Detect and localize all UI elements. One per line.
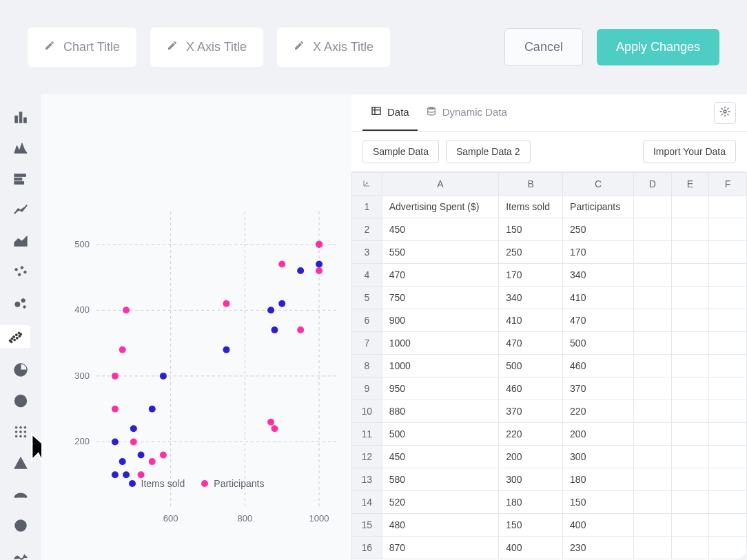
cell[interactable]: 230 xyxy=(563,537,634,559)
cell[interactable] xyxy=(671,196,709,218)
cell[interactable] xyxy=(633,241,671,264)
row-number[interactable]: 1 xyxy=(352,196,382,218)
cell[interactable] xyxy=(671,423,709,446)
cell[interactable] xyxy=(709,514,747,537)
cell[interactable] xyxy=(671,491,709,514)
donut-chart-icon[interactable] xyxy=(11,393,30,410)
area-chart-icon[interactable] xyxy=(11,232,30,249)
cell[interactable] xyxy=(671,287,709,309)
cell[interactable]: 460 xyxy=(563,355,634,377)
cell[interactable] xyxy=(709,491,747,514)
cell[interactable]: 340 xyxy=(499,287,563,309)
cell[interactable]: 480 xyxy=(382,514,498,537)
row-number[interactable]: 10 xyxy=(352,400,382,423)
row-number[interactable]: 11 xyxy=(352,423,382,446)
cell[interactable]: 180 xyxy=(499,491,563,514)
horizontal-bar-icon[interactable] xyxy=(11,170,30,187)
cell[interactable]: 300 xyxy=(563,446,634,468)
pie-chart-icon[interactable] xyxy=(11,362,30,379)
cell[interactable] xyxy=(633,264,671,287)
import-data-button[interactable]: Import Your Data xyxy=(643,140,736,163)
cell[interactable]: 170 xyxy=(563,241,634,264)
cell[interactable] xyxy=(633,400,671,423)
cell[interactable]: 170 xyxy=(499,264,563,287)
cell[interactable] xyxy=(671,537,709,559)
cell[interactable] xyxy=(709,468,747,491)
row-number[interactable]: 2 xyxy=(352,218,382,241)
cell[interactable]: 250 xyxy=(563,218,634,241)
cell[interactable]: 470 xyxy=(563,309,634,332)
cell[interactable] xyxy=(633,309,671,332)
cell[interactable]: 460 xyxy=(499,377,563,400)
cell[interactable]: 550 xyxy=(382,241,498,264)
pyramid-chart-icon[interactable] xyxy=(11,455,30,472)
row-number[interactable]: 16 xyxy=(352,537,382,559)
cell[interactable]: 150 xyxy=(563,491,634,514)
cell[interactable]: 470 xyxy=(499,332,563,355)
sheet-corner[interactable] xyxy=(352,173,382,196)
column-header[interactable]: A xyxy=(382,173,498,196)
cell[interactable] xyxy=(709,537,747,559)
bar-chart-icon[interactable] xyxy=(11,108,30,125)
cell[interactable] xyxy=(709,218,747,241)
column-header[interactable]: F xyxy=(709,173,747,196)
cell[interactable] xyxy=(671,332,709,355)
sparkline-icon[interactable] xyxy=(11,548,30,560)
cell[interactable] xyxy=(633,446,671,468)
scatter-sparse-icon[interactable] xyxy=(11,263,30,280)
line-chart-icon[interactable] xyxy=(11,201,30,218)
cell[interactable]: 400 xyxy=(499,537,563,559)
gauge-chart-icon[interactable] xyxy=(11,486,30,503)
cell[interactable]: 1000 xyxy=(382,355,498,377)
cell[interactable]: 180 xyxy=(563,468,634,491)
tab-dynamic-data[interactable]: Dynamic Data xyxy=(418,94,515,131)
cell[interactable] xyxy=(671,355,709,377)
cell[interactable]: 500 xyxy=(382,423,498,446)
cell[interactable]: 880 xyxy=(382,400,498,423)
cell[interactable] xyxy=(633,468,671,491)
cell[interactable] xyxy=(671,241,709,264)
apply-button[interactable]: Apply Changes xyxy=(597,29,719,65)
spreadsheet[interactable]: ABCDEF1Advertising Spent ($)Items soldPa… xyxy=(351,172,747,560)
cell[interactable]: 220 xyxy=(563,400,634,423)
sample-data-1-button[interactable]: Sample Data xyxy=(362,140,439,163)
cell[interactable] xyxy=(633,537,671,559)
cell[interactable] xyxy=(709,400,747,423)
chart-title-input[interactable]: Chart Title xyxy=(28,28,136,67)
cell[interactable] xyxy=(709,423,747,446)
cell[interactable]: Items sold xyxy=(499,196,563,218)
column-header[interactable]: D xyxy=(633,173,671,196)
cell[interactable]: 410 xyxy=(499,309,563,332)
cell[interactable] xyxy=(709,377,747,400)
cell[interactable]: 950 xyxy=(382,377,498,400)
cell[interactable]: 340 xyxy=(563,264,634,287)
cell[interactable] xyxy=(709,196,747,218)
cell[interactable]: 150 xyxy=(499,514,563,537)
cell[interactable]: 500 xyxy=(499,355,563,377)
cell[interactable]: 450 xyxy=(382,446,498,468)
cell[interactable]: 370 xyxy=(499,400,563,423)
cell[interactable]: 870 xyxy=(382,537,498,559)
cell[interactable]: 250 xyxy=(499,241,563,264)
cell[interactable]: 410 xyxy=(563,287,634,309)
row-number[interactable]: 9 xyxy=(352,377,382,400)
cell[interactable]: 900 xyxy=(382,309,498,332)
cell[interactable] xyxy=(709,287,747,309)
cell[interactable]: 300 xyxy=(499,468,563,491)
sample-data-2-button[interactable]: Sample Data 2 xyxy=(446,140,531,163)
legend-item-series1[interactable]: Items sold xyxy=(129,478,185,489)
cell[interactable]: 1000 xyxy=(382,332,498,355)
row-number[interactable]: 14 xyxy=(352,491,382,514)
cell[interactable] xyxy=(671,468,709,491)
cell[interactable] xyxy=(671,309,709,332)
row-number[interactable]: 4 xyxy=(352,264,382,287)
tab-data[interactable]: Data xyxy=(362,94,418,131)
dot-matrix-icon[interactable] xyxy=(11,424,30,441)
row-number[interactable]: 5 xyxy=(352,287,382,309)
ring-chart-icon[interactable] xyxy=(11,517,30,534)
cell[interactable]: Participants xyxy=(563,196,634,218)
cell[interactable]: 200 xyxy=(563,423,634,446)
cell[interactable]: 200 xyxy=(499,446,563,468)
cell[interactable]: 370 xyxy=(563,377,634,400)
cell[interactable]: 500 xyxy=(563,332,634,355)
